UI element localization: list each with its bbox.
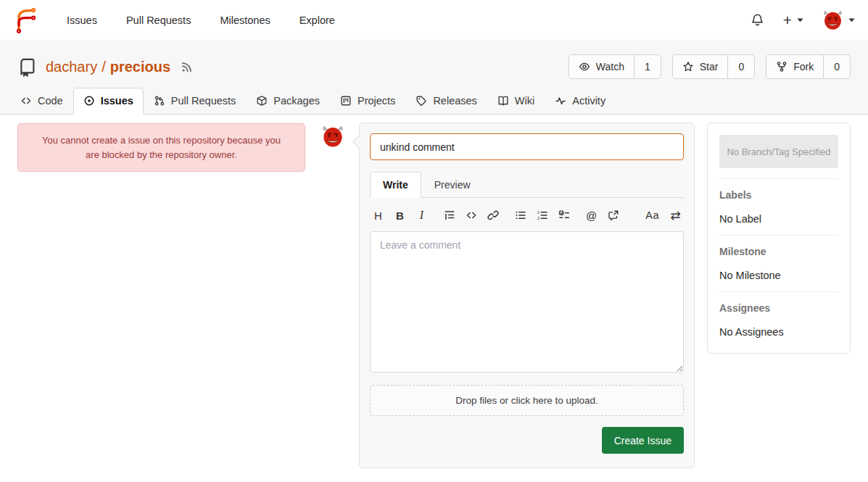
nav-link-issues[interactable]: Issues: [67, 14, 97, 26]
comment-textarea[interactable]: [370, 231, 684, 373]
nav-link-explore[interactable]: Explore: [299, 14, 335, 26]
repo-tab-bar: Code Issues Pull Requests Packages: [0, 88, 868, 114]
tab-label: Projects: [357, 95, 395, 107]
pulse-icon: [555, 95, 566, 107]
top-navbar: Issues Pull Requests Milestones Explore …: [0, 0, 868, 40]
blocked-error-message: You cannot create a issue on this reposi…: [17, 123, 305, 172]
chevron-down-icon: [848, 18, 855, 22]
package-icon: [256, 95, 268, 107]
rss-feed-icon[interactable]: [181, 61, 193, 73]
switch-editor-icon[interactable]: ⇄: [669, 209, 682, 222]
labels-value[interactable]: No Label: [719, 213, 838, 225]
star-count[interactable]: 0: [727, 55, 754, 78]
milestone-heading: Milestone: [719, 246, 838, 257]
tab-label: Packages: [273, 95, 320, 107]
tag-icon: [416, 95, 427, 107]
editor-tab-bar: Write Preview: [370, 172, 684, 198]
cross-reference-icon[interactable]: [607, 209, 619, 222]
tab-write[interactable]: Write: [370, 172, 421, 198]
issue-sidebar: No Branch/Tag Specified Labels No Label …: [707, 122, 851, 354]
assignees-value[interactable]: No Assignees: [719, 326, 838, 338]
sidebar-divider: [719, 291, 838, 292]
milestone-value[interactable]: No Milestone: [719, 270, 838, 281]
italic-icon[interactable]: I: [416, 209, 428, 222]
labels-heading: Labels: [719, 189, 838, 201]
assignees-heading: Assignees: [719, 302, 838, 314]
book-open-icon: [497, 95, 509, 107]
tab-label: Wiki: [515, 95, 534, 107]
repo-header: dachary / precious Watch 1: [0, 40, 868, 115]
link-icon[interactable]: [487, 209, 499, 222]
tab-activity[interactable]: Activity: [545, 88, 616, 115]
tab-issues[interactable]: Issues: [73, 88, 144, 115]
commenter-avatar: [321, 125, 344, 148]
fork-button[interactable]: Fork 0: [766, 54, 851, 79]
git-pull-request-icon: [154, 95, 165, 107]
mention-icon[interactable]: @: [585, 209, 598, 222]
svg-text:1: 1: [537, 210, 540, 215]
star-icon: [682, 61, 694, 72]
forgejo-logo-icon[interactable]: [15, 7, 38, 33]
project-board-icon: [340, 95, 352, 107]
watch-button[interactable]: Watch 1: [569, 54, 661, 79]
repo-owner-link[interactable]: dachary: [46, 59, 97, 75]
fork-count[interactable]: 0: [823, 55, 850, 78]
create-issue-button[interactable]: Create Issue: [602, 427, 684, 454]
repo-icon: [17, 57, 37, 77]
tab-pull-requests[interactable]: Pull Requests: [144, 88, 246, 115]
task-list-icon[interactable]: [558, 209, 570, 222]
tab-packages[interactable]: Packages: [246, 88, 330, 115]
tab-label: Releases: [433, 95, 476, 107]
tab-label: Code: [38, 95, 63, 107]
new-issue-form: Write Preview H B I: [359, 122, 695, 468]
quote-icon[interactable]: [443, 209, 455, 222]
navbar-links: Issues Pull Requests Milestones Explore: [67, 14, 335, 26]
notifications-bell-icon[interactable]: [751, 13, 764, 27]
markdown-toolbar: H B I: [370, 198, 684, 231]
user-avatar: [822, 9, 843, 30]
repo-action-buttons: Watch 1 Star 0 Fo: [569, 54, 851, 79]
ordered-list-icon[interactable]: 1 2: [536, 209, 548, 222]
form-footer: Create Issue: [370, 427, 684, 454]
git-fork-icon: [776, 61, 788, 72]
user-menu-dropdown[interactable]: [822, 9, 855, 30]
watch-count[interactable]: 1: [634, 55, 661, 78]
plus-icon: +: [783, 12, 792, 28]
repo-name-link[interactable]: precious: [110, 59, 170, 75]
sidebar-divider: [719, 178, 838, 179]
issue-title-input[interactable]: [370, 133, 684, 160]
eye-icon: [579, 61, 590, 72]
toolbar-right-group: Aa ⇄: [645, 209, 682, 222]
chevron-down-icon: [797, 18, 803, 22]
tab-code[interactable]: Code: [10, 88, 73, 115]
navbar-right: +: [751, 9, 855, 30]
fork-label: Fork: [793, 61, 814, 72]
nav-link-milestones[interactable]: Milestones: [220, 14, 270, 26]
branch-tag-button: No Branch/Tag Specified: [719, 135, 838, 168]
font-size-icon[interactable]: Aa: [645, 209, 659, 222]
tab-releases[interactable]: Releases: [405, 88, 487, 115]
star-button[interactable]: Star 0: [672, 54, 755, 79]
issue-opened-icon: [83, 95, 95, 107]
code-icon: [20, 95, 32, 107]
sidebar-divider: [719, 235, 838, 236]
bold-icon[interactable]: B: [394, 209, 406, 222]
tab-projects[interactable]: Projects: [330, 88, 405, 115]
unordered-list-icon[interactable]: [514, 209, 526, 222]
breadcrumb-separator: /: [102, 59, 106, 75]
nav-link-pull-requests[interactable]: Pull Requests: [126, 14, 191, 26]
heading-icon[interactable]: H: [372, 209, 384, 222]
star-label: Star: [700, 61, 719, 72]
create-new-dropdown[interactable]: +: [783, 12, 803, 28]
tab-label: Activity: [572, 95, 605, 107]
tab-label: Pull Requests: [171, 95, 236, 107]
tab-label: Issues: [101, 95, 133, 107]
svg-text:2: 2: [537, 216, 540, 220]
file-dropzone[interactable]: Drop files or click here to upload.: [370, 385, 684, 416]
breadcrumb: dachary / precious: [46, 59, 170, 75]
watch-label: Watch: [596, 61, 624, 72]
repo-title-row: dachary / precious Watch 1: [0, 51, 868, 82]
tab-preview[interactable]: Preview: [421, 172, 484, 198]
tab-wiki[interactable]: Wiki: [487, 88, 545, 115]
code-icon[interactable]: [465, 209, 477, 222]
